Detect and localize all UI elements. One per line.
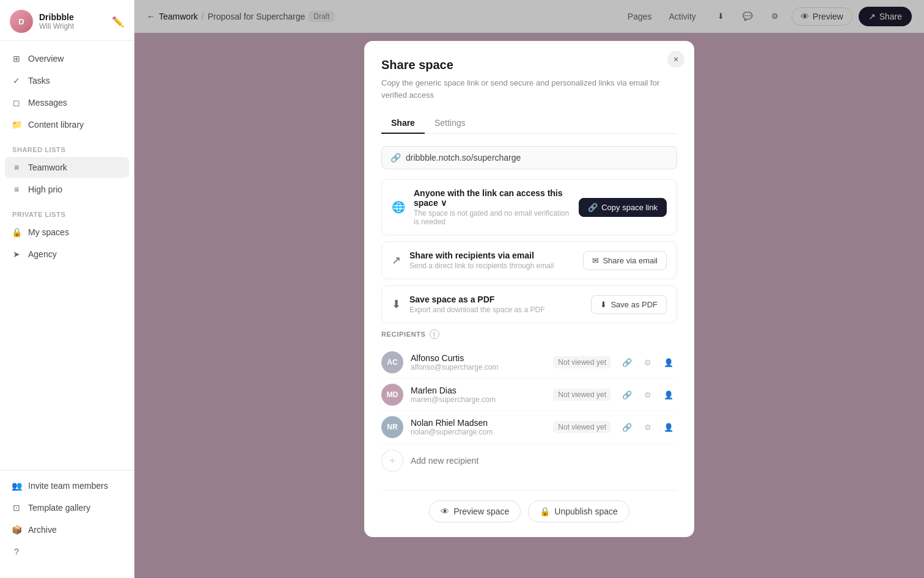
recipient-link-button[interactable]: 🔗 bbox=[618, 419, 636, 436]
sidebar-item-invite-team-members[interactable]: 👥 Invite team members bbox=[5, 475, 129, 496]
recipient-name: Nolan Rhiel Madsen bbox=[411, 418, 546, 428]
pdf-subtitle: Export and download the space as a PDF bbox=[409, 305, 582, 314]
grid-icon: ⊞ bbox=[11, 53, 22, 64]
sidebar-nav: ⊞ Overview ✓ Tasks ◻ Messages 📁 Content … bbox=[0, 41, 134, 470]
copy-link-button[interactable]: 🔗 Copy space link bbox=[579, 198, 667, 217]
modal-tabs: Share Settings bbox=[381, 113, 677, 134]
sidebar-item-label: Teamwork bbox=[28, 163, 67, 172]
sidebar-item-teamwork[interactable]: ≡ Teamwork bbox=[5, 157, 129, 178]
unpublish-space-label: Unpublish space bbox=[554, 507, 618, 516]
sidebar-item-content-library[interactable]: 📁 Content library bbox=[5, 114, 129, 135]
email-share-row: ↗ Share with recipients via email Send a… bbox=[381, 241, 677, 279]
edit-icon[interactable]: ✏️ bbox=[112, 16, 124, 27]
recipient-status: Not viewed yet bbox=[553, 356, 611, 368]
recipient-actions: 🔗 ⚙ 👤 bbox=[618, 419, 677, 436]
sidebar-item-high-prio[interactable]: ≡ High prio bbox=[5, 179, 129, 200]
add-recipient-avatar: + bbox=[381, 450, 403, 472]
recipient-remove-button[interactable]: 👤 bbox=[660, 354, 677, 371]
unpublish-space-button[interactable]: 🔒 Unpublish space bbox=[528, 500, 629, 522]
recipient-actions: 🔗 ⚙ 👤 bbox=[618, 354, 677, 371]
user-profile[interactable]: D Dribbble Will Wright ✏️ bbox=[0, 0, 134, 41]
recipient-actions: 🔗 ⚙ 👤 bbox=[618, 386, 677, 403]
list-icon: ≡ bbox=[11, 184, 22, 195]
url-input[interactable] bbox=[406, 153, 668, 163]
sidebar-item-help[interactable]: ? bbox=[5, 541, 129, 562]
recipient-name: Marlen Dias bbox=[411, 386, 546, 395]
recipient-link-button[interactable]: 🔗 bbox=[618, 386, 636, 403]
recipient-link-button[interactable]: 🔗 bbox=[618, 354, 636, 371]
url-input-wrapper: 🔗 bbox=[381, 146, 677, 169]
recipient-settings-button[interactable]: ⚙ bbox=[639, 419, 656, 436]
preview-space-label: Preview space bbox=[453, 507, 509, 516]
help-icon: ? bbox=[11, 546, 22, 557]
eye-icon: 👁 bbox=[441, 507, 449, 516]
sidebar-item-label: Messages bbox=[28, 98, 67, 108]
lock-icon: 🔒 bbox=[11, 227, 22, 238]
modal-overlay: × Share space Copy the generic space lin… bbox=[134, 0, 924, 578]
sidebar-item-agency[interactable]: ➤ Agency bbox=[5, 244, 129, 265]
sidebar-item-my-spaces[interactable]: 🔒 My spaces bbox=[5, 222, 129, 243]
recipient-remove-button[interactable]: 👤 bbox=[660, 419, 677, 436]
user-plus-icon: 👥 bbox=[11, 480, 22, 491]
tab-settings[interactable]: Settings bbox=[425, 113, 475, 134]
recipient-remove-button[interactable]: 👤 bbox=[660, 386, 677, 403]
preview-space-button[interactable]: 👁 Preview space bbox=[429, 500, 521, 522]
avatar: D bbox=[10, 10, 33, 33]
private-lists-label: PRIVATE LISTS bbox=[5, 201, 129, 222]
user-role: Will Wright bbox=[39, 22, 74, 31]
email-share-subtitle: Send a direct link to recipients through… bbox=[409, 262, 574, 270]
link-icon: 🔗 bbox=[391, 153, 401, 163]
modal-footer: 👁 Preview space 🔒 Unpublish space bbox=[381, 490, 677, 522]
pdf-title: Save space as a PDF bbox=[409, 294, 582, 304]
grid-2-icon: ⊡ bbox=[11, 502, 22, 513]
tab-share[interactable]: Share bbox=[381, 113, 425, 134]
sidebar-item-label: Agency bbox=[28, 249, 57, 259]
email-share-title: Share with recipients via email bbox=[409, 251, 574, 260]
recipient-avatar: AC bbox=[381, 351, 403, 373]
info-icon[interactable]: i bbox=[430, 329, 439, 339]
recipient-row: AC Alfonso Curtis alfonso@supercharge.co… bbox=[381, 346, 677, 379]
save-as-pdf-label: Save as PDF bbox=[610, 300, 658, 309]
sidebar-item-label: Archive bbox=[28, 525, 57, 535]
list-icon: ≡ bbox=[11, 162, 22, 173]
recipient-settings-button[interactable]: ⚙ bbox=[639, 386, 656, 403]
recipient-email: alfonso@supercharge.com bbox=[411, 363, 546, 371]
shared-lists-label: SHARED LISTS bbox=[5, 136, 129, 157]
sidebar-item-label: Content library bbox=[28, 120, 84, 130]
recipient-email: maren@supercharge.com bbox=[411, 395, 546, 404]
sidebar-item-tasks[interactable]: ✓ Tasks bbox=[5, 70, 129, 91]
sidebar-item-template-gallery[interactable]: ⊡ Template gallery bbox=[5, 497, 129, 518]
user-info: Dribbble Will Wright bbox=[39, 12, 74, 31]
sidebar-item-label: Tasks bbox=[28, 76, 50, 86]
user-name: Dribbble bbox=[39, 12, 74, 22]
email-icon: ↗ bbox=[392, 254, 401, 267]
copy-link-label: Copy space link bbox=[601, 203, 658, 212]
add-recipient-input[interactable] bbox=[411, 456, 677, 466]
link-access-subtitle: The space is not gated and no email veri… bbox=[414, 209, 570, 226]
send-icon: ➤ bbox=[11, 249, 22, 260]
recipient-avatar: MD bbox=[381, 384, 403, 406]
add-recipient-row: + bbox=[381, 444, 677, 478]
share-via-email-button[interactable]: ✉ Share via email bbox=[583, 251, 667, 270]
sidebar-item-messages[interactable]: ◻ Messages bbox=[5, 92, 129, 113]
download-icon: ⬇ bbox=[392, 298, 401, 311]
save-as-pdf-button[interactable]: ⬇ Save as PDF bbox=[591, 295, 667, 314]
link-access-title: Anyone with the link can access this spa… bbox=[414, 188, 570, 208]
recipient-name: Alfonso Curtis bbox=[411, 353, 546, 363]
recipient-settings-button[interactable]: ⚙ bbox=[639, 354, 656, 371]
pdf-icon: ⬇ bbox=[600, 300, 607, 309]
recipient-avatar: NR bbox=[381, 416, 403, 438]
folder-icon: 📁 bbox=[11, 119, 22, 130]
main-content: ← Teamwork / Proposal for Supercharge Dr… bbox=[134, 0, 924, 578]
copy-icon: 🔗 bbox=[588, 203, 598, 212]
modal-subtitle: Copy the generic space link or send secu… bbox=[381, 77, 677, 101]
close-button[interactable]: × bbox=[667, 51, 684, 68]
sidebar-item-archive[interactable]: 📦 Archive bbox=[5, 519, 129, 540]
recipient-row: NR Nolan Rhiel Madsen nolan@supercharge.… bbox=[381, 411, 677, 444]
lock-icon: 🔒 bbox=[540, 507, 550, 516]
sidebar-bottom: 👥 Invite team members ⊡ Template gallery… bbox=[0, 470, 134, 568]
sidebar-item-overview[interactable]: ⊞ Overview bbox=[5, 48, 129, 69]
recipient-email: nolan@supercharge.com bbox=[411, 428, 546, 436]
sidebar-item-label: My spaces bbox=[28, 227, 69, 237]
sidebar-item-label: Template gallery bbox=[28, 503, 90, 513]
